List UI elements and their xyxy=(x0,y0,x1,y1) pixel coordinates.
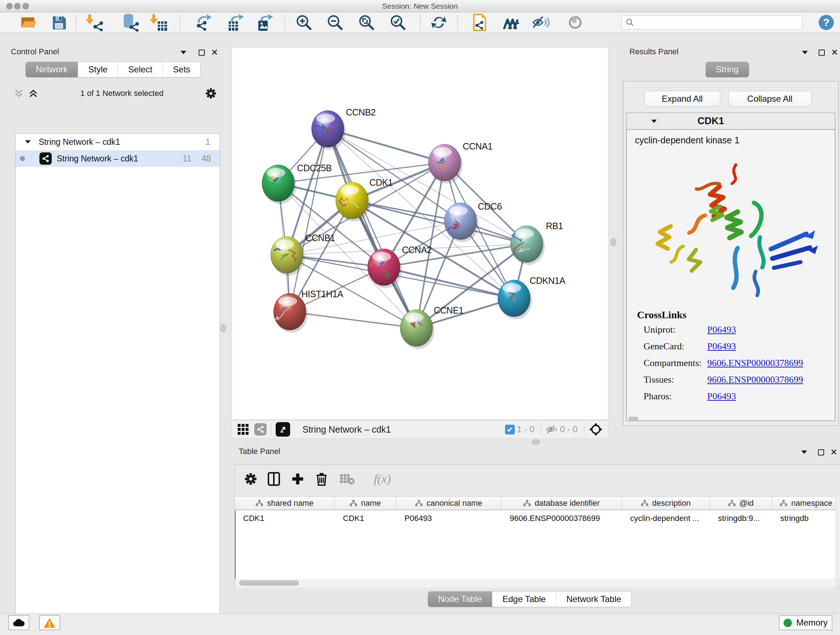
hidden-indicator-icon[interactable] xyxy=(546,424,558,435)
table-hscrollbar[interactable] xyxy=(235,579,836,587)
network-edge-CCNB2-HIST1H1A[interactable] xyxy=(290,129,328,312)
panel-menu-icon[interactable] xyxy=(799,448,809,456)
show-graphics-details-icon[interactable] xyxy=(565,13,585,32)
cloud-status-button[interactable] xyxy=(8,615,29,630)
crosslink-link[interactable]: 9606.ENSP00000378699 xyxy=(707,374,803,385)
gene-expander-icon[interactable] xyxy=(652,119,657,123)
import-table-from-file-icon[interactable] xyxy=(148,13,169,32)
right-splitter-handle[interactable] xyxy=(611,238,616,246)
window-zoom-button[interactable] xyxy=(22,3,29,10)
search-box[interactable] xyxy=(622,16,802,29)
zoom-selected-region-icon[interactable] xyxy=(388,13,408,32)
panel-float-icon[interactable] xyxy=(816,448,826,456)
column-header-shared-name[interactable]: shared name xyxy=(235,497,335,510)
results-hscroll-thumb[interactable] xyxy=(628,417,638,420)
panel-close-icon[interactable]: ✕ xyxy=(210,49,219,57)
delete-table-icon[interactable] xyxy=(339,471,355,487)
expand-all-icon[interactable] xyxy=(28,88,38,98)
export-network-icon[interactable] xyxy=(194,13,214,32)
tab-node-table[interactable]: Node Table xyxy=(428,592,492,607)
zoom-out-icon[interactable] xyxy=(325,13,345,32)
redraw-network-icon[interactable] xyxy=(429,13,449,32)
import-network-from-database-icon[interactable] xyxy=(120,13,140,32)
table-row[interactable]: CDK1CDK1P064939606.ENSP00000378699cyclin… xyxy=(236,510,836,526)
network-node-CCNB1[interactable] xyxy=(271,236,305,276)
tab-select[interactable]: Select xyxy=(118,62,163,77)
collapse-all-icon[interactable] xyxy=(14,88,24,98)
column-header-name[interactable]: name xyxy=(335,497,396,510)
save-session-icon[interactable] xyxy=(49,13,69,32)
column-header-description[interactable]: description xyxy=(622,497,710,510)
network-node-CDC6[interactable] xyxy=(444,203,478,242)
tab-network[interactable]: Network xyxy=(26,62,78,77)
table-hscroll-thumb[interactable] xyxy=(239,580,299,586)
gene-card-header[interactable]: CDK1 xyxy=(627,113,835,130)
export-table-icon[interactable] xyxy=(225,13,245,32)
function-builder-icon[interactable]: f(x) xyxy=(368,471,397,487)
new-network-from-selection-icon[interactable] xyxy=(470,13,490,32)
network-node-CDC25B[interactable] xyxy=(262,165,296,204)
column-header-namespace[interactable]: namespace xyxy=(772,497,840,510)
crosslink-link[interactable]: P06493 xyxy=(707,325,736,335)
table-cell[interactable]: stringdb xyxy=(773,514,840,523)
panel-float-icon[interactable] xyxy=(817,49,826,57)
tab-style[interactable]: Style xyxy=(78,62,118,77)
column-header-database-identifier[interactable]: database identifier xyxy=(501,497,622,510)
import-network-from-file-icon[interactable] xyxy=(84,13,104,32)
memory-button[interactable]: Memory xyxy=(779,615,832,630)
add-column-icon[interactable] xyxy=(290,471,306,487)
tab-edge-table[interactable]: Edge Table xyxy=(492,592,556,607)
panel-close-icon[interactable]: ✕ xyxy=(830,49,839,57)
table-cell[interactable]: stringdb:9... xyxy=(711,514,773,523)
network-node-RB1[interactable] xyxy=(510,226,545,265)
hide-selection-icon[interactable] xyxy=(531,13,551,32)
table-cell[interactable]: CDK1 xyxy=(336,514,397,523)
panel-menu-icon[interactable] xyxy=(179,49,188,57)
table-cell[interactable]: 9606.ENSP00000378699 xyxy=(502,514,623,523)
network-node-CDK1[interactable] xyxy=(336,182,370,222)
network-row[interactable]: String Network – cdk1 11 48 xyxy=(16,150,219,167)
panel-float-icon[interactable] xyxy=(197,49,206,57)
network-node-CDKN1A[interactable] xyxy=(498,280,532,319)
table-cell[interactable]: cyclin-dependent ... xyxy=(623,514,711,523)
zoom-in-icon[interactable] xyxy=(294,13,314,32)
first-neighbors-icon[interactable] xyxy=(501,13,522,32)
table-options-gear-icon[interactable] xyxy=(243,471,259,487)
search-input[interactable] xyxy=(634,19,802,27)
column-header-canonical-name[interactable]: canonical name xyxy=(396,497,501,510)
panel-menu-icon[interactable] xyxy=(800,49,810,57)
collection-expander-icon[interactable] xyxy=(25,141,31,144)
left-splitter-handle[interactable] xyxy=(221,325,226,333)
table-cell[interactable]: CDK1 xyxy=(236,514,336,523)
selected-indicator-icon[interactable] xyxy=(505,424,515,434)
window-close-button[interactable] xyxy=(6,3,13,10)
column-header--id[interactable]: @id xyxy=(710,497,772,510)
delete-column-icon[interactable] xyxy=(314,471,330,487)
tab-string[interactable]: String xyxy=(706,62,749,77)
show-columns-icon[interactable] xyxy=(266,471,282,487)
network-node-CCNA1[interactable] xyxy=(428,144,463,184)
grid-view-icon[interactable] xyxy=(237,423,249,435)
network-edge-HIST1H1A-CCNE1[interactable] xyxy=(290,312,416,328)
table-vscrollbar[interactable] xyxy=(836,496,840,579)
birdseye-navigator-icon[interactable] xyxy=(589,422,603,437)
zoom-fit-content-icon[interactable] xyxy=(356,13,377,32)
tab-network-table[interactable]: Network Table xyxy=(556,592,632,607)
expand-all-button[interactable]: Expand All xyxy=(644,91,720,107)
network-node-HIST1H1A[interactable] xyxy=(273,293,308,333)
network-edge-CCNA2-CDKN1A[interactable] xyxy=(384,267,514,298)
network-node-CCNE1[interactable] xyxy=(400,310,434,349)
tab-sets[interactable]: Sets xyxy=(163,62,201,77)
network-node-CCNB2[interactable] xyxy=(311,111,346,150)
warnings-button[interactable] xyxy=(39,615,60,630)
network-options-gear-icon[interactable] xyxy=(205,88,216,99)
crosslink-link[interactable]: 9606.ENSP00000378699 xyxy=(707,358,803,369)
network-collection-row[interactable]: String Network – cdk1 1 xyxy=(16,134,219,150)
help-button[interactable]: ? xyxy=(819,15,834,30)
network-canvas[interactable]: CCNB2CCNA1CDC25BCDK1CDC6RB1CCNB1CCNA2CDK… xyxy=(232,47,608,420)
crosslink-link[interactable]: P06493 xyxy=(707,341,736,352)
network-badge-icon[interactable] xyxy=(254,423,267,435)
crosslink-link[interactable]: P06493 xyxy=(707,391,736,402)
export-image-icon[interactable] xyxy=(254,13,274,32)
collapse-all-button[interactable]: Collapse All xyxy=(728,91,812,107)
